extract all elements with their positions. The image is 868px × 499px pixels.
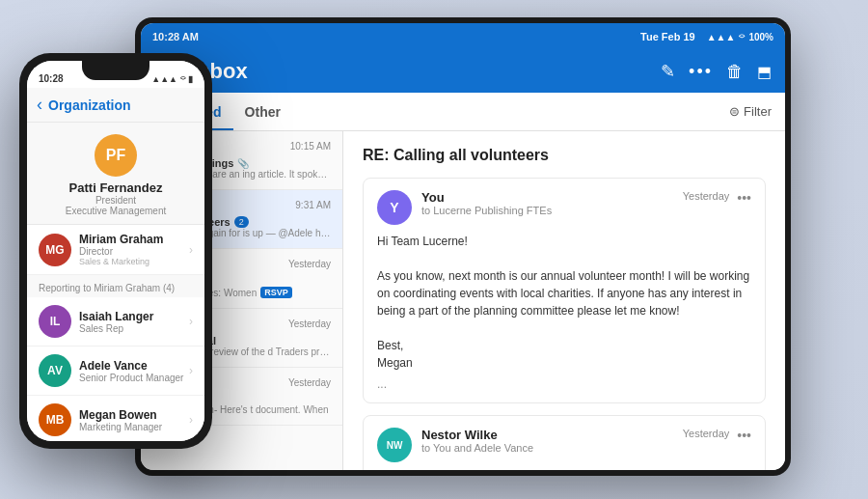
tablet-tabs: Focused Other ⊜ Filter <box>141 93 785 131</box>
chevron-right-icon: › <box>189 315 193 328</box>
contact-role: President <box>95 195 136 206</box>
list-item[interactable]: AV Adele Vance Senior Product Manager › <box>27 347 204 396</box>
list-item[interactable]: MB Megan Bowen Marketing Manager › <box>27 396 204 441</box>
thread-time: Yesterday <box>683 428 730 439</box>
list-item[interactable]: IL Isaiah Langer Sales Rep › <box>27 297 204 347</box>
phone-nav-title: Organization <box>48 97 131 113</box>
phone-contact-header: PF Patti Fernandez President Executive M… <box>27 123 204 225</box>
battery-text: 100% <box>748 32 773 42</box>
contact-role: Director <box>79 246 189 257</box>
tablet-toolbar: Inbox ✎ ••• 🗑 ⬒ <box>141 50 785 93</box>
inbox-title: Inbox <box>191 59 661 84</box>
tablet-device: 10:28 AM Tue Feb 19 ▲▲▲ ⌔ 100% Inbox ✎ •… <box>135 17 791 476</box>
chevron-right-icon: › <box>189 364 193 377</box>
more-icon[interactable]: ••• <box>689 62 713 82</box>
email-time: Yesterday <box>288 377 331 391</box>
thread-to: to Lucerne Publishing FTEs <box>421 205 683 216</box>
phone-contact-list: MG Miriam Graham Director Sales & Market… <box>27 225 204 441</box>
phone-notch <box>82 61 149 80</box>
tablet-screen: 10:28 AM Tue Feb 19 ▲▲▲ ⌔ 100% Inbox ✎ •… <box>141 23 785 470</box>
thread-meta: Nestor Wilke to You and Adele Vance <box>421 428 683 454</box>
contact-dept: Sales & Marketing <box>79 257 189 266</box>
chevron-right-icon: › <box>189 413 193 427</box>
email-time: Yesterday <box>288 319 331 332</box>
contact-name: Miriam Graham <box>79 233 189 246</box>
contact-info: Megan Bowen Marketing Manager <box>79 408 189 432</box>
tab-other[interactable]: Other <box>233 93 292 130</box>
archive-icon[interactable]: ⬒ <box>757 63 772 81</box>
signal-icon: ▲▲▲ <box>151 74 177 84</box>
thread-time: Yesterday <box>683 190 730 202</box>
tablet-body: Fernandez 10:15 AM ace Happenings 📎 I wa… <box>141 131 785 470</box>
tablet-date: Tue Feb 19 <box>640 31 695 42</box>
thread-to: to You and Adele Vance <box>421 442 683 454</box>
trash-icon[interactable]: 🗑 <box>726 62 744 82</box>
contact-info: Isaiah Langer Sales Rep <box>79 310 189 334</box>
avatar: Y <box>377 190 412 225</box>
email-detail-panel: RE: Calling all volunteers Y You to Luce… <box>343 131 785 470</box>
email-time: 10:15 AM <box>290 141 331 154</box>
thread-header: Y You to Lucerne Publishing FTEs Yesterd… <box>377 190 751 225</box>
signal-icon: ▲▲▲ <box>707 32 736 42</box>
filter-button[interactable]: ⊜ Filter <box>729 104 772 119</box>
phone-status-icons: ▲▲▲ ⌔ ▮ <box>151 74 193 84</box>
contact-role: Senior Product Manager <box>79 373 189 383</box>
thread-body: Hi Team Lucerne! As you know, next month… <box>377 233 751 372</box>
chevron-right-icon: › <box>189 243 193 257</box>
attachment-icon: 📎 <box>237 158 249 169</box>
email-detail-subject: RE: Calling all volunteers <box>363 147 766 164</box>
contact-role: Sales Rep <box>79 323 189 334</box>
contact-name: Megan Bowen <box>79 408 189 422</box>
rsvp-badge: RSVP <box>260 287 292 298</box>
avatar: MG <box>39 234 71 266</box>
toolbar-actions: ✎ ••• 🗑 ⬒ <box>661 61 772 82</box>
wifi-icon: ⌔ <box>739 32 745 42</box>
tablet-time: 10:28 AM <box>152 31 640 42</box>
more-options-icon[interactable]: ••• <box>737 190 751 206</box>
avatar: MB <box>39 403 71 436</box>
email-time: Yesterday <box>288 259 331 272</box>
phone-section-header: Reporting to Miriam Graham (4) <box>27 275 204 297</box>
contact-info: Adele Vance Senior Product Manager <box>79 359 189 383</box>
phone-navbar: ‹ Organization <box>27 88 204 123</box>
avatar: PF <box>95 134 137 177</box>
filter-icon: ⊜ <box>729 104 740 119</box>
thread-item: NW Nestor Wilke to You and Adele Vance Y… <box>363 415 766 470</box>
contact-name: Isaiah Langer <box>79 310 189 323</box>
contact-info: Miriam Graham Director Sales & Marketing <box>79 233 189 266</box>
thread-sender: You <box>421 190 683 205</box>
back-button[interactable]: ‹ <box>37 95 42 115</box>
contact-name: Adele Vance <box>79 359 189 373</box>
contact-role: Marketing Manager <box>79 422 189 432</box>
phone-screen: 10:28 ▲▲▲ ⌔ ▮ ‹ Organization PF Patti Fe… <box>27 61 204 441</box>
phone-device: 10:28 ▲▲▲ ⌔ ▮ ‹ Organization PF Patti Fe… <box>19 53 212 449</box>
compose-icon[interactable]: ✎ <box>661 61 675 82</box>
more-options-icon[interactable]: ••• <box>737 428 751 443</box>
thread-ellipsis: ... <box>377 377 751 391</box>
thread-header: NW Nestor Wilke to You and Adele Vance Y… <box>377 428 751 462</box>
avatar: NW <box>377 428 412 462</box>
thread-sender: Nestor Wilke <box>421 428 683 442</box>
email-time: 9:31 AM <box>295 200 331 213</box>
tablet-statusbar: 10:28 AM Tue Feb 19 ▲▲▲ ⌔ 100% <box>141 23 785 50</box>
avatar: AV <box>39 354 71 387</box>
wifi-icon: ⌔ <box>180 74 185 84</box>
thread-item: Y You to Lucerne Publishing FTEs Yesterd… <box>363 178 766 403</box>
unread-badge: 2 <box>234 216 249 228</box>
list-item[interactable]: MG Miriam Graham Director Sales & Market… <box>27 225 204 275</box>
tablet-status-icons: ▲▲▲ ⌔ 100% <box>707 32 773 42</box>
thread-meta: You to Lucerne Publishing FTEs <box>421 190 683 216</box>
battery-icon: ▮ <box>188 74 193 84</box>
avatar: IL <box>39 305 71 338</box>
contact-name: Patti Fernandez <box>69 180 163 195</box>
contact-dept: Executive Management <box>66 206 167 216</box>
